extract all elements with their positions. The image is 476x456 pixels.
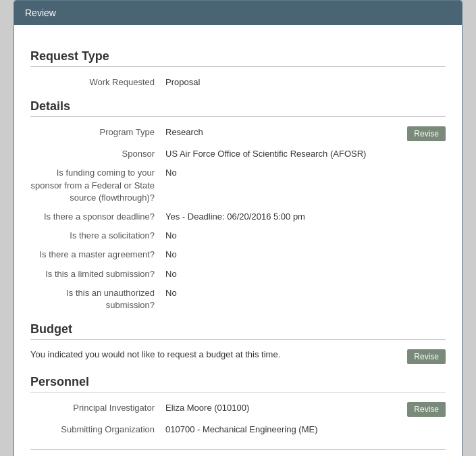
- field-row-unauthorized-submission: Is this an unauthorized submission? No: [30, 287, 446, 311]
- value-program-type: Research: [165, 126, 402, 138]
- value-sponsor: US Air Force Office of Scientific Resear…: [165, 148, 446, 160]
- budget-row: You indicated you would not like to requ…: [30, 349, 446, 364]
- divider-personnel: [30, 392, 446, 392]
- field-row-sponsor-deadline: Is there a sponsor deadline? Yes - Deadl…: [30, 211, 446, 223]
- label-master-agreement: Is there a master agreement?: [30, 249, 165, 261]
- revise-button-budget[interactable]: Revise: [407, 349, 446, 364]
- section-title-details: Details: [30, 99, 446, 113]
- section-request-type: Request Type Work Requested Proposal: [30, 49, 446, 88]
- revise-button-personnel[interactable]: Revise: [407, 402, 446, 417]
- field-row-program-type: Program Type Research Revise: [30, 126, 446, 141]
- field-row-work-requested: Work Requested Proposal: [30, 76, 446, 88]
- bottom-divider: [30, 449, 446, 450]
- value-master-agreement: No: [165, 249, 446, 261]
- field-row-principal-investigator: Principal Investigator Eliza Moore (0101…: [30, 402, 446, 417]
- section-budget: Budget You indicated you would not like …: [30, 322, 446, 364]
- card-title: Review: [25, 7, 56, 18]
- label-program-type: Program Type: [30, 126, 165, 138]
- label-sponsor: Sponsor: [30, 148, 165, 160]
- field-row-limited-submission: Is this a limited submission? No: [30, 268, 446, 280]
- field-row-master-agreement: Is there a master agreement? No: [30, 249, 446, 261]
- value-solicitation: No: [165, 230, 446, 242]
- value-work-requested: Proposal: [165, 76, 446, 88]
- divider-details: [30, 116, 446, 117]
- revise-button-details[interactable]: Revise: [407, 126, 446, 141]
- value-principal-investigator: Eliza Moore (010100): [165, 402, 402, 414]
- review-card: Review Request Type Work Requested Propo…: [14, 0, 462, 456]
- label-submitting-org: Submitting Organization: [30, 424, 165, 436]
- card-body: Request Type Work Requested Proposal Det…: [14, 25, 462, 456]
- label-solicitation: Is there a solicitation?: [30, 230, 165, 242]
- section-personnel: Personnel Principal Investigator Eliza M…: [30, 375, 446, 436]
- budget-text: You indicated you would not like to requ…: [30, 349, 402, 359]
- field-row-sponsor: Sponsor US Air Force Office of Scientifi…: [30, 148, 446, 160]
- section-title-request-type: Request Type: [30, 49, 446, 64]
- divider-budget: [30, 339, 446, 340]
- label-limited-submission: Is this a limited submission?: [30, 268, 165, 280]
- value-flowthrough: No: [165, 167, 446, 179]
- section-title-personnel: Personnel: [30, 375, 446, 389]
- value-limited-submission: No: [165, 268, 446, 280]
- section-details: Details Program Type Research Revise Spo…: [30, 99, 446, 311]
- label-flowthrough: Is funding coming to your sponsor from a…: [30, 167, 165, 204]
- field-row-flowthrough: Is funding coming to your sponsor from a…: [30, 167, 446, 204]
- field-row-submitting-org: Submitting Organization 010700 - Mechani…: [30, 424, 446, 436]
- value-submitting-org: 010700 - Mechanical Engineering (ME): [165, 424, 446, 436]
- label-work-requested: Work Requested: [30, 76, 165, 88]
- label-unauthorized-submission: Is this an unauthorized submission?: [30, 287, 165, 311]
- value-unauthorized-submission: No: [165, 287, 446, 299]
- label-sponsor-deadline: Is there a sponsor deadline?: [30, 211, 165, 223]
- divider-request-type: [30, 66, 446, 67]
- value-sponsor-deadline: Yes - Deadline: 06/20/2016 5:00 pm: [165, 211, 446, 223]
- field-row-solicitation: Is there a solicitation? No: [30, 230, 446, 242]
- card-header: Review: [14, 1, 462, 25]
- section-title-budget: Budget: [30, 322, 446, 336]
- label-principal-investigator: Principal Investigator: [30, 402, 165, 414]
